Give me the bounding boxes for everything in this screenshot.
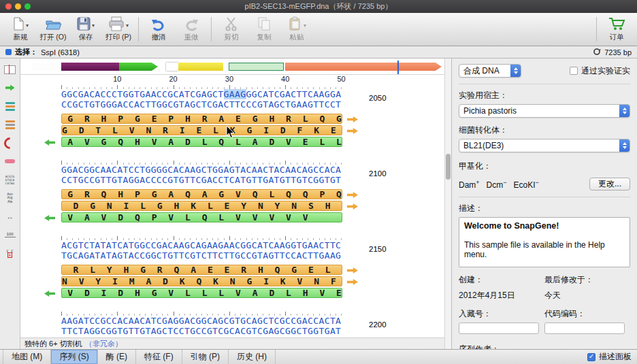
- amino-acid-text-tool[interactable]: Asn Arg Ala: [1, 190, 19, 206]
- print-button[interactable]: 打印 (P): [102, 14, 135, 44]
- translation-letters: D G N I L G H K L E Y N Y N S H: [62, 201, 331, 211]
- feature-segment-green-arrow[interactable]: [119, 63, 158, 71]
- enzyme-flag-tool[interactable]: [1, 61, 19, 78]
- feature-segment-coral-arrow[interactable]: [285, 63, 442, 71]
- open-button[interactable]: 打开 (O): [37, 14, 69, 44]
- methylation-dam: Dam+: [459, 179, 480, 190]
- sequence-ruler: 1020304050: [20, 75, 444, 84]
- redo-button[interactable]: 重做: [175, 14, 208, 44]
- tab-features[interactable]: 特征 (F): [136, 350, 182, 364]
- primers-display-tool[interactable]: [1, 116, 19, 133]
- orf-display-tool[interactable]: [1, 153, 19, 169]
- change-methylation-button[interactable]: 更改...: [589, 178, 630, 191]
- describe-panel-checkbox[interactable]: 描述面板: [587, 350, 637, 364]
- reverse-strand[interactable]: CCTGCCGTTGTAGGACCCCGTGTTCGACCTCATGTTGATG…: [61, 175, 444, 185]
- translation-row[interactable]: G D T L V N R I E L K G I D F K E: [61, 125, 342, 135]
- feature-segment-yellow[interactable]: [178, 63, 223, 71]
- accession-input[interactable]: [459, 322, 539, 334]
- tab-history[interactable]: 历史 (H): [229, 350, 276, 364]
- reverse-strand[interactable]: TGCAGATATAGTACCGGCTGTTCGTCTTCTTGCCGTAGTT…: [61, 250, 444, 261]
- translation-row[interactable]: V D I D H G V L L L V A D L H V E: [61, 288, 342, 298]
- popup-stepper-icon: [619, 139, 630, 152]
- translation-row[interactable]: N V Y I M A D K Q K N G I K V N F: [61, 276, 342, 286]
- translation-letters: N V Y I M A D K Q K N G I K V N F: [62, 276, 336, 286]
- description-box[interactable]: Welcome to SnapGene! This sample file is…: [459, 217, 630, 267]
- codon-color-tool[interactable]: C C A: [1, 245, 19, 261]
- cut-button[interactable]: 剪切: [215, 14, 248, 44]
- order-button[interactable]: 订单: [600, 14, 633, 44]
- toolbar-separator: [211, 17, 212, 42]
- feature-map-strip: [20, 61, 444, 75]
- paste-clipboard-icon: [287, 16, 302, 33]
- frame-arrow-left-icon: [44, 139, 55, 146]
- reverse-strand[interactable]: TTCTAGGCGGTGTTGTAGCTCCTGCCGTCGCACGTCGAGC…: [61, 326, 444, 336]
- primer-bars-icon: [5, 120, 15, 129]
- show-translations-tool[interactable]: [1, 80, 19, 96]
- tab-primers[interactable]: 引物 (P): [182, 350, 229, 364]
- copy-icon: [257, 16, 272, 33]
- sequence-block: AAGATCCGCCACAACATCGAGGACGGCAGCGTGCAGCTCG…: [20, 312, 444, 336]
- code-input[interactable]: [544, 322, 625, 334]
- host-select[interactable]: Pichia pastoris: [459, 104, 630, 118]
- experimentally-verified-checkbox[interactable]: 通过实验证实: [570, 65, 630, 77]
- forward-strand[interactable]: AAGATCCGCCACAACATCGAGGACGGCAGCGTGCAGCTCG…: [61, 316, 444, 326]
- status-link[interactable]: （非冗余）: [85, 339, 122, 349]
- amino-acid-letters-icon: Asn Arg Ala: [7, 193, 13, 204]
- chevron-down-icon: [25, 20, 29, 29]
- transform-label: 细菌转化体：: [459, 125, 630, 136]
- frame-arrow-right-icon: [347, 267, 358, 274]
- popup-stepper-icon: [619, 105, 630, 117]
- tab-map[interactable]: 地图 (M): [3, 350, 51, 364]
- enzyme-flag-icon: [4, 65, 16, 74]
- copy-button[interactable]: 复制: [248, 14, 280, 44]
- dna-type-select[interactable]: 合成 DNA: [459, 64, 521, 78]
- scrollbar-thumb[interactable]: [446, 154, 451, 180]
- feature-segment-mint[interactable]: [229, 63, 284, 71]
- tab-sequence[interactable]: 序列 (S): [51, 350, 97, 364]
- frame-arrow-left-icon: [44, 215, 55, 221]
- features-display-tool[interactable]: [1, 98, 19, 114]
- feature-segment-white-arrow[interactable]: [32, 63, 61, 71]
- forward-strand[interactable]: GGCGACACCCTGGTGAACCGCATCGAGCTGAAGGGCATCG…: [61, 89, 444, 99]
- vertical-scrollbar[interactable]: [444, 59, 451, 349]
- open-folder-icon: [45, 16, 61, 33]
- feature-segment-white[interactable]: [166, 63, 178, 71]
- translation-row[interactable]: V A V D Q P V L Q L V V V V V: [61, 212, 342, 222]
- translation-row[interactable]: D G N I L G H K L E Y N Y N S H: [61, 201, 342, 211]
- plasmid-circle-icon: [593, 48, 601, 57]
- translation-letters: G R H P G E P H R A E G H R L Q G: [62, 114, 342, 124]
- save-button[interactable]: 保存: [69, 14, 102, 44]
- toolbar-separator: [138, 17, 139, 42]
- status-text: 独特的 6+ 切割机: [24, 339, 82, 349]
- window-title: pIB2-SEC13-mEGFP.dna（环状 / 7235 bp）: [0, 1, 637, 12]
- redo-icon: [183, 16, 199, 33]
- methylation-label: 甲基化：: [459, 161, 630, 172]
- forward-strand[interactable]: ACGTCTATATCATGGCCGACAAGCAGAAGAACGGCATCAA…: [61, 240, 444, 250]
- selection-label: 选择：: [15, 47, 37, 57]
- translation-row[interactable]: A V G Q H V A D L Q L A D V E L L: [61, 137, 342, 147]
- chevron-down-icon: [91, 20, 95, 29]
- tab-enzymes[interactable]: 酶 (E): [98, 350, 136, 364]
- new-button[interactable]: 新规: [4, 14, 37, 44]
- chevron-down-icon: [125, 20, 129, 29]
- translation-letters: G R Q H P G A Q A G V Q L Q Q P Q: [62, 189, 342, 199]
- feature-segment-purple[interactable]: [61, 63, 119, 71]
- translation-row[interactable]: G R Q H P G A Q A G V Q L Q Q P Q: [61, 189, 342, 199]
- ruler-number: 40: [281, 75, 289, 83]
- enzyme-status-bar: 独特的 6+ 切割机 （非冗余）: [20, 337, 444, 349]
- undo-button[interactable]: 撤消: [142, 14, 175, 44]
- sequence-view[interactable]: 1020304050 GGCGACACCCTGGTGAACCGCATCGAGCT…: [20, 59, 444, 349]
- numbering-tool[interactable]: 100: [1, 227, 19, 243]
- sequence-block: ACGTCTATATCATGGCCGACAAGCAGAAGAACGGCATCAA…: [20, 236, 444, 298]
- divider: [459, 84, 630, 84]
- translation-row[interactable]: R L Y H G R Q A E E R H Q G E L: [61, 265, 342, 275]
- forward-strand[interactable]: GGACGGCAACATCCTGGGGCACAAGCTGGAGTACAACTAC…: [61, 165, 444, 175]
- reverse-strand[interactable]: CCGCTGTGGGACCACTTGGCGTAGCTCGACTTCCCGTAGC…: [61, 99, 444, 110]
- spacing-tool[interactable]: ↔: [1, 208, 19, 225]
- print-icon: [108, 16, 125, 33]
- transform-select[interactable]: BL21(DE3): [459, 139, 630, 152]
- translation-row[interactable]: G R H P G E P H R A E G H R L Q G: [61, 114, 342, 124]
- enzymes-display-tool[interactable]: [1, 135, 19, 151]
- paste-button[interactable]: 粘贴: [280, 14, 313, 44]
- sequence-text-tool[interactable]: ACGTG GTGCA CATAG: [1, 171, 19, 188]
